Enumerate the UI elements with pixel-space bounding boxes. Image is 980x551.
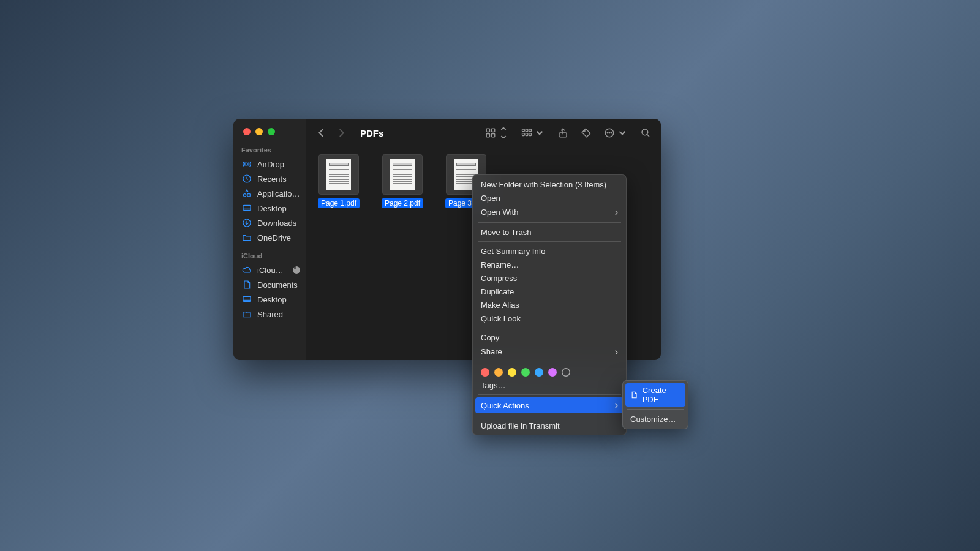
svg-point-21 (584, 130, 585, 132)
sidebar-item[interactable]: Desktop (233, 292, 306, 307)
sidebar-item[interactable]: Documents (233, 277, 306, 292)
toolbar: PDFs (306, 119, 661, 147)
minimize-window-button[interactable] (255, 128, 263, 135)
menu-separator (478, 394, 621, 395)
context-menu-item[interactable]: Duplicate (472, 285, 627, 298)
tag-color-dot[interactable] (508, 368, 516, 377)
svg-point-24 (609, 132, 610, 133)
tag-color-dot[interactable] (494, 368, 503, 377)
context-menu-item[interactable]: Get Summary Info (472, 244, 627, 258)
tag-color-none[interactable] (562, 368, 570, 377)
context-menu-item[interactable]: Rename… (472, 258, 627, 271)
tag-color-dot[interactable] (548, 368, 557, 377)
file-item[interactable]: Page 1.pdf (317, 154, 360, 208)
submenu-label: Create PDF (643, 386, 680, 404)
zoom-window-button[interactable] (268, 128, 275, 135)
sidebar-item-label: Downloads (257, 219, 296, 228)
context-menu-item[interactable]: Copy (472, 331, 627, 344)
svg-rect-4 (243, 205, 251, 210)
context-menu-item[interactable]: Share (472, 344, 627, 359)
nav-back-button[interactable] (316, 127, 327, 138)
submenu-label: Customize… (630, 414, 676, 424)
sidebar-item[interactable]: Desktop (233, 201, 306, 216)
svg-rect-13 (492, 134, 495, 137)
context-menu-item[interactable]: Open With (472, 204, 627, 220)
sidebar-item[interactable]: Recents (233, 171, 306, 186)
sidebar-section-header: iCloud (233, 250, 306, 263)
search-button[interactable] (640, 127, 651, 138)
svg-rect-10 (486, 129, 489, 132)
sidebar-item[interactable]: Applications (233, 186, 306, 201)
svg-rect-18 (526, 133, 528, 136)
sidebar: FavoritesAirDropRecentsApplicationsDeskt… (233, 119, 306, 360)
menu-separator (627, 409, 684, 410)
svg-point-2 (244, 194, 246, 197)
sidebar-item-label: iCloud… (257, 266, 287, 275)
context-menu-item[interactable]: Quick Actions (475, 397, 624, 413)
sidebar-item[interactable]: AirDrop (233, 157, 306, 171)
sidebar-item[interactable]: Downloads (233, 216, 306, 230)
file-name-label: Page 1.pdf (318, 198, 360, 208)
context-menu-item[interactable]: Move to Trash (472, 225, 627, 239)
toolbar-right (485, 127, 651, 138)
desktop-icon (242, 203, 252, 213)
share-button[interactable] (557, 127, 568, 138)
menu-separator (478, 222, 621, 223)
context-menu-item[interactable]: Upload file in Transmit (472, 419, 627, 432)
sidebar-item[interactable]: OneDrive (233, 230, 306, 245)
sidebar-item[interactable]: Shared (233, 307, 306, 321)
apps-icon (242, 189, 252, 198)
action-menu-button[interactable] (604, 127, 628, 138)
close-window-button[interactable] (243, 128, 251, 135)
sidebar-section-header: Favorites (233, 144, 306, 157)
svg-rect-19 (529, 133, 532, 136)
context-menu-item[interactable]: Compress (472, 271, 627, 285)
context-menu-item[interactable]: Open (472, 191, 627, 204)
sidebar-item-label: Desktop (257, 295, 287, 304)
view-mode-button[interactable] (485, 127, 509, 138)
sidebar-item-label: Recents (257, 174, 287, 184)
sidebar-item-label: Documents (257, 280, 298, 290)
svg-rect-14 (522, 129, 525, 132)
submenu-item-customize[interactable]: Customize… (625, 412, 685, 426)
airdrop-icon (242, 159, 252, 169)
sidebar-item-label: Desktop (257, 204, 287, 213)
tags-button[interactable] (581, 127, 592, 138)
storage-pie-icon (293, 266, 300, 274)
svg-line-27 (647, 135, 649, 137)
tags-color-row (472, 365, 627, 378)
svg-point-0 (246, 163, 248, 165)
window-controls (233, 126, 306, 144)
context-menu-item[interactable]: Make Alias (472, 298, 627, 312)
tag-color-dot[interactable] (481, 368, 489, 377)
svg-point-26 (642, 129, 648, 135)
svg-rect-8 (243, 296, 251, 301)
file-thumbnail (318, 154, 359, 195)
group-by-button[interactable] (521, 127, 545, 138)
sidebar-item-label: OneDrive (257, 233, 291, 242)
nav-forward-button[interactable] (336, 127, 347, 138)
context-menu-item[interactable]: Tags… (472, 378, 627, 392)
tag-color-dot[interactable] (521, 368, 530, 377)
context-menu-item[interactable]: Quick Look (472, 312, 627, 325)
file-name-label: Page 2.pdf (382, 198, 423, 208)
menu-separator (478, 362, 621, 362)
menu-separator (478, 241, 621, 242)
sidebar-item[interactable]: iCloud… (233, 263, 306, 277)
quick-actions-submenu: Create PDF Customize… (622, 380, 688, 429)
sidebar-item-label: AirDrop (257, 160, 284, 169)
svg-rect-15 (526, 129, 528, 132)
cloud-icon (242, 265, 252, 275)
download-icon (242, 218, 252, 228)
desktop-icon (242, 294, 252, 304)
sidebar-item-label: Applications (257, 189, 300, 198)
context-menu-item[interactable]: New Folder with Selection (3 Items) (472, 178, 627, 191)
file-item[interactable]: Page 2.pdf (381, 154, 424, 208)
svg-rect-17 (522, 133, 525, 136)
submenu-item-create-pdf[interactable]: Create PDF (625, 383, 685, 407)
menu-separator (478, 416, 621, 416)
folder-icon (242, 309, 252, 319)
svg-rect-3 (247, 194, 250, 197)
tag-color-dot[interactable] (535, 368, 543, 377)
file-thumbnail (382, 154, 423, 195)
